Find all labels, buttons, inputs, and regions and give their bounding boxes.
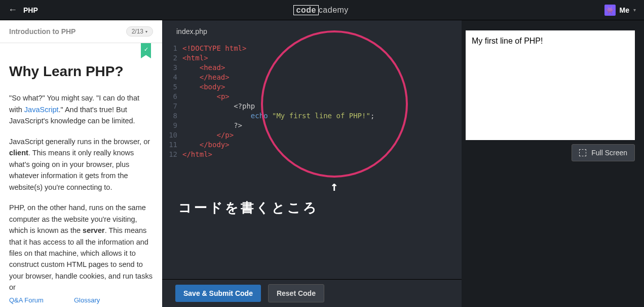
line-gutter: 1 2 3 4 5 6 7 8 9 10 11 12 [162, 44, 182, 276]
sidebar-footer: Q&A Forum Glossary [0, 293, 162, 307]
line-number: 8 [162, 111, 177, 121]
code-body[interactable]: <!DOCTYPE html> <html> <head> </head> <b… [182, 44, 462, 276]
line-number: 1 [162, 44, 177, 53]
user-menu[interactable]: 👾 Me ▾ [604, 5, 636, 16]
lesson-content[interactable]: Why Learn PHP? "So what?" You might say.… [0, 43, 162, 307]
line-number: 2 [162, 53, 177, 63]
editor-tabs: index.php [162, 20, 462, 41]
back-arrow-icon[interactable]: ← [8, 5, 17, 15]
qa-forum-link[interactable]: Q&A Forum [9, 296, 44, 304]
line-number: 11 [162, 140, 177, 150]
glossary-link[interactable]: Glossary [74, 296, 100, 304]
me-label: Me [620, 6, 629, 14]
main-layout: Introduction to PHP 2/13 ▾ ✓ Why Learn P… [0, 20, 644, 307]
logo-boxed: code [293, 5, 318, 15]
line-number: 9 [162, 121, 177, 130]
lesson-paragraph: "So what?" You might say. "I can do that… [9, 92, 153, 126]
logo-rest: cademy [319, 6, 349, 14]
lesson-sidebar: Introduction to PHP 2/13 ▾ ✓ Why Learn P… [0, 20, 162, 307]
line-number: 12 [162, 150, 177, 159]
sidebar-header: Introduction to PHP 2/13 ▾ [0, 20, 162, 43]
save-submit-button[interactable]: Save & Submit Code [175, 285, 261, 302]
line-number: 5 [162, 82, 177, 92]
chevron-down-icon: ▾ [145, 29, 147, 34]
line-number: 3 [162, 63, 177, 73]
lesson-paragraph: JavaScript generally runs in the browser… [9, 136, 153, 193]
line-number: 6 [162, 92, 177, 101]
javascript-link[interactable]: JavaScript [24, 106, 59, 114]
line-number: 10 [162, 130, 177, 140]
progress-text: 2/13 [132, 28, 143, 35]
output-text: My first line of PHP! [472, 37, 543, 45]
lesson-heading: Why Learn PHP? [9, 60, 153, 82]
line-number: 7 [162, 101, 177, 111]
chevron-down-icon: ▾ [633, 7, 636, 13]
output-panel: My first line of PHP! Full Screen [462, 20, 644, 307]
topbar: ← PHP codecademy 👾 Me ▾ [0, 0, 644, 20]
lesson-paragraph: PHP, on the other hand, runs on the same… [9, 202, 153, 293]
fullscreen-icon [579, 149, 586, 156]
section-title: Introduction to PHP [9, 27, 75, 36]
course-title: PHP [23, 6, 38, 14]
code-editor[interactable]: ↑ コードを書くところ 1 2 3 4 5 6 7 8 9 10 11 12 <… [162, 41, 462, 279]
logo[interactable]: codecademy [293, 6, 348, 15]
fullscreen-label: Full Screen [591, 149, 627, 157]
line-number: 4 [162, 73, 177, 82]
reset-code-button[interactable]: Reset Code [268, 284, 324, 302]
fullscreen-row: Full Screen [466, 144, 635, 161]
editor-area: index.php ↑ コードを書くところ 1 2 3 4 5 6 7 8 9 … [162, 20, 462, 307]
output-box: My first line of PHP! [466, 30, 635, 140]
editor-footer: Save & Submit Code Reset Code [162, 279, 462, 307]
avatar-icon: 👾 [604, 5, 616, 16]
fullscreen-button[interactable]: Full Screen [572, 144, 635, 161]
tab-indexphp[interactable]: index.php [166, 22, 217, 41]
progress-badge[interactable]: 2/13 ▾ [126, 26, 153, 37]
topbar-left: ← PHP [8, 5, 38, 15]
